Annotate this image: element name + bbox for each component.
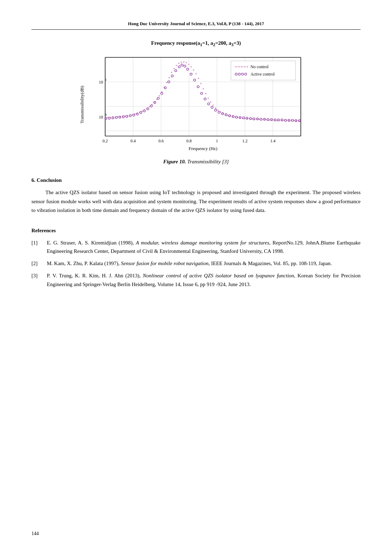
svg-point-135: [190, 73, 192, 75]
svg-point-134: [187, 68, 189, 70]
ref-1-text: E. G. Straser, A. S. Kiremidjian (1998),…: [47, 239, 361, 256]
svg-text:1.4: 1.4: [270, 138, 276, 143]
svg-point-58: [176, 65, 177, 66]
svg-rect-167: [231, 61, 296, 80]
chart-title: Frequency response(a1=1, a2=200, a3=3): [151, 40, 241, 48]
reference-3: [3] P. V. Trung, K. R. Kim, H. J. Ahn (2…: [31, 271, 361, 289]
svg-text:1: 1: [216, 138, 218, 143]
svg-point-143: [218, 111, 220, 113]
figure-caption: Figure 10. Transmissibility [3]: [163, 159, 229, 165]
svg-text:No control: No control: [251, 64, 269, 69]
svg-point-133: [184, 65, 186, 67]
svg-point-116: [126, 115, 128, 118]
svg-point-172: [244, 66, 245, 68]
ref-2-text: M. Kam, X. Zhu, P. Kalata (1997), Sensor…: [47, 259, 361, 268]
page-number: 144: [31, 531, 39, 537]
svg-point-125: [157, 97, 159, 99]
figure-caption-italic: Transmissibility [3]: [186, 159, 229, 164]
svg-point-70: [205, 93, 206, 94]
svg-point-171: [241, 66, 242, 68]
ref-3-text: P. V. Trung, K. R. Kim, H. J. Ahn (2013)…: [47, 271, 361, 289]
svg-text:10: 10: [99, 115, 103, 120]
svg-point-72: [210, 101, 211, 103]
ref-3-num: [3]: [31, 271, 47, 280]
svg-text:1: 1: [105, 78, 107, 81]
conclusion-text: The active QZS isolator based on sensor …: [31, 188, 361, 215]
ref-2-num: [2]: [31, 259, 47, 268]
svg-point-73: [212, 105, 214, 106]
page: Hong Duc University Journal of Science, …: [0, 0, 392, 547]
svg-point-123: [150, 105, 152, 107]
svg-text:1.2: 1.2: [242, 138, 248, 143]
reference-2: [2] M. Kam, X. Zhu, P. Kalata (1997), Se…: [31, 259, 361, 268]
svg-point-130: [175, 70, 177, 72]
svg-point-69: [203, 88, 204, 90]
svg-text:0.6: 0.6: [159, 138, 164, 143]
svg-text:0.8: 0.8: [187, 138, 192, 143]
ref-1-num: [1]: [31, 239, 47, 247]
svg-text:0.4: 0.4: [131, 138, 136, 143]
figure-10-container: Frequency response(a1=1, a2=200, a3=3) T…: [31, 40, 361, 165]
svg-point-61: [183, 61, 184, 63]
svg-point-138: [201, 92, 203, 94]
header-text: Hong Duc University Journal of Science, …: [128, 21, 264, 26]
svg-point-55: [168, 77, 170, 78]
figure-caption-bold: Figure 10.: [163, 159, 186, 164]
svg-point-142: [215, 109, 217, 111]
svg-point-71: [208, 98, 209, 99]
svg-point-139: [204, 98, 206, 100]
svg-point-51: [159, 95, 160, 97]
svg-point-62: [186, 62, 187, 63]
frequency-response-chart: Transmissibility(dB): [77, 50, 315, 155]
svg-point-169: [235, 66, 237, 68]
svg-text:10: 10: [99, 80, 103, 85]
svg-point-136: [194, 79, 196, 81]
svg-point-68: [200, 83, 202, 84]
svg-point-57: [173, 68, 175, 69]
svg-point-131: [178, 66, 180, 68]
svg-point-140: [208, 103, 210, 105]
svg-point-63: [188, 64, 189, 65]
svg-text:Transmissibility(dB): Transmissibility(dB): [79, 86, 85, 123]
svg-text:Frequency (Hz): Frequency (Hz): [189, 146, 217, 151]
svg-point-111: [108, 117, 110, 119]
svg-point-67: [198, 78, 199, 79]
svg-point-170: [238, 66, 240, 68]
svg-point-56: [171, 72, 172, 73]
svg-text:0.2: 0.2: [103, 138, 108, 143]
svg-point-75: [217, 109, 219, 111]
references-section: References [1] E. G. Straser, A. S. Kire…: [31, 228, 361, 289]
svg-point-60: [181, 62, 182, 63]
svg-point-65: [193, 69, 194, 71]
svg-point-173: [247, 66, 248, 68]
references-heading: References: [31, 228, 361, 234]
svg-point-141: [211, 106, 213, 108]
svg-text:0: 0: [105, 113, 107, 116]
conclusion-heading: 6. Conclusion: [31, 177, 361, 183]
svg-point-66: [195, 73, 197, 74]
svg-point-137: [197, 86, 199, 88]
svg-point-64: [190, 66, 192, 68]
svg-point-129: [171, 75, 173, 77]
svg-point-54: [166, 82, 167, 83]
svg-point-59: [178, 63, 180, 64]
journal-header: Hong Duc University Journal of Science, …: [31, 21, 361, 30]
svg-point-74: [215, 107, 216, 109]
chart-svg-wrapper: Transmissibility(dB): [77, 50, 315, 155]
reference-1: [1] E. G. Straser, A. S. Kiremidjian (19…: [31, 239, 361, 256]
svg-point-132: [181, 64, 183, 66]
svg-text:Active control: Active control: [251, 72, 275, 77]
